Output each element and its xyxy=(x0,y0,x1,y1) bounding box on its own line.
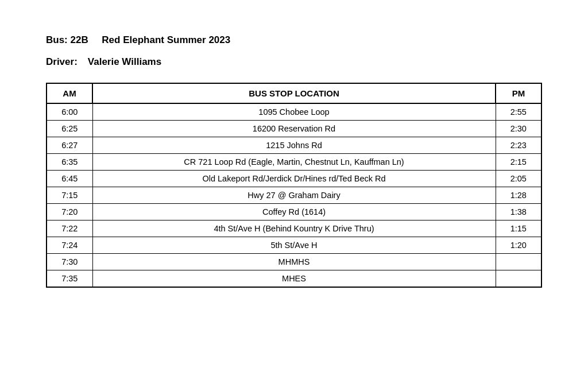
cell-am: 6:35 xyxy=(47,154,92,171)
table-row: 6:35CR 721 Loop Rd (Eagle, Martin, Chest… xyxy=(47,154,541,171)
table-row: 7:35MHES xyxy=(47,270,541,288)
cell-location: 1215 Johns Rd xyxy=(92,137,496,154)
driver-label: Driver: xyxy=(46,56,78,68)
table-row: 7:30MHMHS xyxy=(47,254,541,270)
cell-am: 7:30 xyxy=(47,254,92,270)
cell-location: CR 721 Loop Rd (Eagle, Martin, Chestnut … xyxy=(92,154,496,171)
table-header-row: AM BUS STOP LOCATION PM xyxy=(47,83,541,103)
col-header-am: AM xyxy=(47,83,92,103)
table-row: 6:001095 Chobee Loop2:55 xyxy=(47,103,541,121)
cell-location: 5th St/Ave H xyxy=(92,237,496,254)
table-row: 7:245th St/Ave H1:20 xyxy=(47,237,541,254)
cell-am: 7:20 xyxy=(47,204,92,220)
table-row: 6:2516200 Reservation Rd2:30 xyxy=(47,121,541,137)
cell-pm xyxy=(496,270,541,288)
cell-location: MHES xyxy=(92,270,496,288)
cell-am: 7:35 xyxy=(47,270,92,288)
cell-pm: 2:55 xyxy=(496,103,541,121)
header-section: Bus: 22B Red Elephant Summer 2023 Driver… xyxy=(46,34,542,68)
cell-location: 1095 Chobee Loop xyxy=(92,103,496,121)
cell-location: MHMHS xyxy=(92,254,496,270)
cell-am: 6:25 xyxy=(47,121,92,137)
cell-am: 7:22 xyxy=(47,220,92,237)
schedule-table: AM BUS STOP LOCATION PM 6:001095 Chobee … xyxy=(46,83,542,288)
cell-am: 7:24 xyxy=(47,237,92,254)
bus-title: Bus: 22B Red Elephant Summer 2023 xyxy=(46,34,542,46)
cell-location: Old Lakeport Rd/Jerdick Dr/Hines rd/Ted … xyxy=(92,171,496,187)
table-row: 6:271215 Johns Rd2:23 xyxy=(47,137,541,154)
cell-location: Hwy 27 @ Graham Dairy xyxy=(92,187,496,204)
cell-pm: 2:30 xyxy=(496,121,541,137)
driver-name: Valerie Williams xyxy=(88,56,161,68)
table-row: 7:224th St/Ave H (Behind Kountry K Drive… xyxy=(47,220,541,237)
cell-pm: 1:28 xyxy=(496,187,541,204)
bus-name: Red Elephant Summer 2023 xyxy=(102,34,230,45)
table-row: 7:20Coffey Rd (1614)1:38 xyxy=(47,204,541,220)
cell-pm: 1:15 xyxy=(496,220,541,237)
cell-location: 16200 Reservation Rd xyxy=(92,121,496,137)
bus-label: Bus: 22B xyxy=(46,34,88,45)
driver-line: Driver: Valerie Williams xyxy=(46,56,542,68)
col-header-pm: PM xyxy=(496,83,541,103)
cell-pm xyxy=(496,254,541,270)
cell-am: 6:45 xyxy=(47,171,92,187)
cell-location: Coffey Rd (1614) xyxy=(92,204,496,220)
table-row: 7:15Hwy 27 @ Graham Dairy1:28 xyxy=(47,187,541,204)
cell-pm: 2:23 xyxy=(496,137,541,154)
cell-pm: 2:15 xyxy=(496,154,541,171)
cell-am: 6:00 xyxy=(47,103,92,121)
cell-location: 4th St/Ave H (Behind Kountry K Drive Thr… xyxy=(92,220,496,237)
cell-am: 7:15 xyxy=(47,187,92,204)
col-header-location: BUS STOP LOCATION xyxy=(92,83,496,103)
cell-pm: 1:38 xyxy=(496,204,541,220)
cell-am: 6:27 xyxy=(47,137,92,154)
table-row: 6:45Old Lakeport Rd/Jerdick Dr/Hines rd/… xyxy=(47,171,541,187)
cell-pm: 1:20 xyxy=(496,237,541,254)
cell-pm: 2:05 xyxy=(496,171,541,187)
